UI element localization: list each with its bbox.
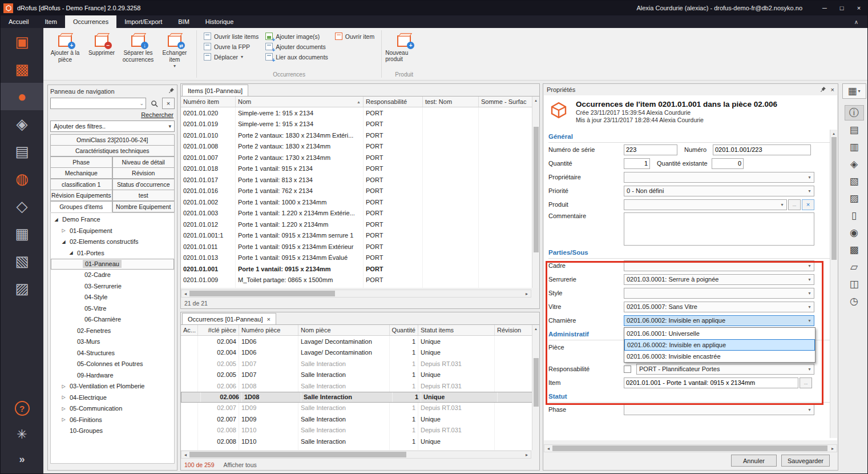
tab-items[interactable]: Items [01-Panneau] [182,85,248,96]
maximize-button[interactable]: □ [833,1,850,15]
clear-search-button[interactable]: × [162,98,175,109]
close-tab-icon[interactable]: × [267,316,270,323]
filter-button[interactable]: Mechanique [50,167,113,179]
column-header[interactable]: Numéro pièce [239,325,298,335]
ribbon-big-button[interactable]: Ajouter à la pièce ▾ [47,29,83,71]
filter-button[interactable]: Niveau de détail [112,156,175,168]
view-layout-button[interactable]: ▦ ▾ [842,83,866,99]
occurrence-row[interactable]: 02.007 1D09 Salle Interaction 1 Depuis R… [181,403,539,414]
items-horizontal-scrollbar[interactable]: ◂ ▸ [181,290,531,298]
item-browse-button[interactable]: ... [800,377,812,388]
product-browse-button[interactable]: ... [788,199,801,210]
save-button[interactable]: Sauvegarder [781,455,830,467]
module-catalog-icon[interactable]: ▧ [1,247,43,275]
responsibility-select[interactable]: PORT - Plannificateur Portes▾ [636,364,814,375]
clipboard-panel-icon[interactable]: ▯ ▾ [845,208,864,223]
tree-expander-icon[interactable] [60,395,67,400]
occurrence-row[interactable]: 02.005 1D07 Salle Interaction 1 Depuis R… [181,358,539,369]
stack-panel-icon[interactable]: ▩ ▾ [845,242,864,258]
occurrence-row[interactable]: 02.008 1D10 Salle Interaction 1 Depuis R… [181,425,539,436]
checklist-panel-icon[interactable]: ▥ ▾ [845,139,864,155]
module-products-icon[interactable]: ▩ [1,55,43,83]
column-header[interactable]: Responsabilité [364,97,423,107]
column-header[interactable]: Nom pièce [298,325,390,335]
tree-expander-icon[interactable] [60,417,67,422]
cancel-button[interactable]: Annuler [731,455,777,467]
filter-button[interactable]: Status d'occurrence [112,179,175,190]
ribbon-tab[interactable]: Historique [197,15,242,28]
tree-node[interactable]: 09-Hardware [51,369,174,381]
settings-gear-icon[interactable]: ✳ [17,427,27,442]
filter-button[interactable]: Révision [112,167,175,179]
ribbon-small-button[interactable]: Ajouter image(s) [265,33,328,40]
occurrence-row[interactable]: 02.007 1D09 Salle Interaction 1 Unique [181,413,539,425]
tree-expander-icon[interactable] [60,239,67,244]
module-logistics-icon[interactable]: ◇ [1,192,43,220]
tree-expander-icon[interactable] [60,384,67,389]
collapse-ribbon-icon[interactable]: ∧ [845,15,867,28]
properties-horizontal-scrollbar[interactable]: ◂ ▸ [544,444,837,452]
show-all-link[interactable]: Afficher tous [224,461,257,468]
item-row[interactable]: 0201.01.001 Porte 1 vantail: 0915 x 2134… [181,263,539,275]
number-field[interactable] [713,144,811,155]
item-row[interactable]: 0201.01.010 Porte 2 vantaux: 1830 x 2134… [181,130,539,141]
tree-node[interactable]: 03-Ventilation et Plomberie [51,381,174,392]
search-link[interactable]: Rechercher [50,111,173,118]
occurrence-row[interactable]: 02.008 1D10 Salle Interaction 1 Unique [181,436,539,447]
ribbon-big-button[interactable]: Supprimer ▾ [83,29,120,71]
occurrence-row[interactable]: 02.004 1D06 Lavage/ Decontamination 1 Un… [181,347,539,359]
column-header[interactable]: Statut items [418,325,495,335]
tree-expander-icon[interactable] [53,217,60,222]
search-history-icon[interactable]: ⌄ [139,101,146,106]
tree-node[interactable]: 01-Panneau [51,259,174,270]
tree-node[interactable]: 04-Style [51,292,174,303]
part-select[interactable]: 0201.06.0002: Invisible en applique▾ [624,315,814,326]
serial-number-field[interactable] [624,144,677,155]
minimize-button[interactable]: ─ [816,1,833,15]
tree-node[interactable]: 05-Communication [51,403,174,415]
tree-node[interactable]: 10-Groupes [51,425,174,437]
module-documents-icon[interactable]: ▤ [1,138,43,165]
properties-vertical-scrollbar[interactable]: ▴ [830,130,837,438]
link-panel-icon[interactable]: ◫ ▾ [845,276,864,292]
occurrence-row[interactable]: 02.005 1D07 Salle Interaction 1 Unique [181,369,539,381]
priority-select[interactable]: 0 - Non défini▾ [624,186,814,196]
systems-panel-icon[interactable]: ◈ ▾ [845,156,864,172]
new-product-button[interactable]: Nouveau produit [385,29,423,71]
filter-button[interactable]: Caractéristiques techniques [50,145,175,156]
item-row[interactable]: 0201.01.013 Porte 1 vantail: 0915 x 2134… [181,252,539,264]
ribbon-big-button[interactable]: Echanger item ▾ [156,29,193,71]
tree-node[interactable]: Demo France [51,214,174,226]
add-filters-dropdown[interactable]: Ajouter des filtres.. ▾ [50,120,175,132]
item-row[interactable]: 0201.01.007 Porte 2 vantaux: 1730 x 2134… [181,152,539,163]
item-row[interactable]: 0201.01.018 Porte 1 vantail: 915 x 2134 … [181,163,539,175]
ribbon-tab[interactable]: Occurrences [65,15,116,28]
item-row[interactable]: 0201.01.020 Simple-verre 1: 915 x 2134 P… [181,107,539,119]
tree-node[interactable]: 01-Equipement [51,225,174,236]
module-buildings-icon[interactable]: ▦ [1,220,43,247]
tree-node[interactable]: 05-Vitre [51,303,174,314]
item-row[interactable]: 0201.01.017 Porte 1 vantail: 813 x 2134 … [181,174,539,186]
item-row[interactable]: 0201.01.006 M_Curtain mur Sgl Verre: Ver… [181,286,539,288]
module-systems-icon[interactable]: ◈ [1,110,43,138]
product-panel-icon[interactable]: ▨ ▾ [845,191,864,206]
tree-node[interactable]: 03-Murs [51,336,174,348]
ribbon-small-button[interactable]: Lier aux documents [265,53,328,61]
search-icon[interactable] [148,98,160,109]
expand-sidebar-icon[interactable]: » [19,453,25,465]
existing-quantity-field[interactable] [712,158,744,169]
phase-select[interactable]: ▾ [624,404,814,415]
tab-occurrences[interactable]: Occurrences [01-Panneau] × [182,313,276,324]
filter-button[interactable]: classification 1 [50,179,113,190]
tree-node[interactable]: 06-Charnière [51,314,174,326]
filter-button[interactable]: Révision Equipements [50,190,113,201]
edit-panel-icon[interactable]: ▱ ▾ [845,259,864,275]
occurrences-horizontal-scrollbar[interactable]: ◂ ▸ [181,451,531,459]
column-header[interactable]: Ac... [181,325,198,335]
help-icon[interactable]: ? [15,401,30,416]
tree-expander-icon[interactable] [60,228,67,233]
ribbon-tab[interactable]: Accueil [1,15,37,28]
owner-select[interactable]: ▾ [624,172,814,183]
tree-node[interactable]: 04-Electrique [51,392,174,403]
tree-node[interactable]: 06-Finitions [51,414,174,425]
